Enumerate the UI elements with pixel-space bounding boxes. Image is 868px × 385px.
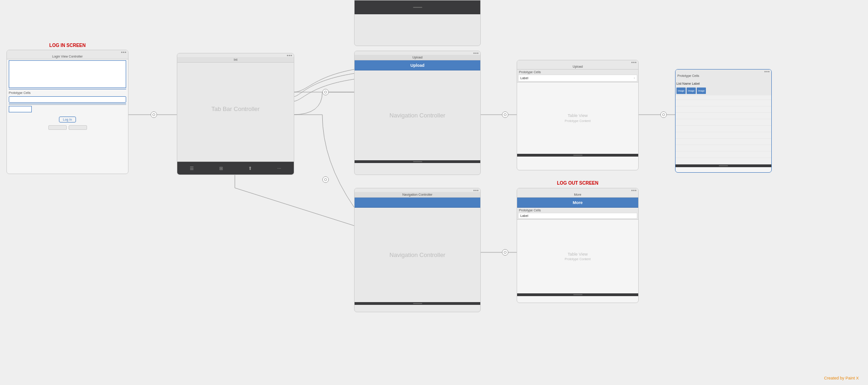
table-more-navbar: More bbox=[517, 198, 638, 208]
login-controller-label: Login View Controller bbox=[7, 54, 128, 59]
table-upload-cell-arrow: › bbox=[634, 76, 635, 80]
table-more-cell-label: Label bbox=[520, 214, 528, 217]
login-prototype-cells-label: Prototype Cells bbox=[7, 90, 128, 95]
table-more-tv-label: Table View bbox=[565, 251, 590, 257]
nav-bot-bottom-bar bbox=[355, 302, 480, 305]
tvc-image-cell-1: Image bbox=[676, 88, 686, 94]
svg-line-7 bbox=[235, 188, 354, 226]
table-upload-bottom-bar bbox=[517, 154, 638, 157]
connector-nav1-table bbox=[502, 111, 508, 118]
table-more-cell-row: Label bbox=[518, 213, 637, 219]
nav-top-controller-label: Navigation Controller bbox=[390, 112, 445, 119]
nav-controller-top-screen: Upload Upload Navigation Controller bbox=[354, 51, 481, 175]
table-more-bottom-bar bbox=[517, 293, 638, 296]
nav-bot-title-label: Navigation Controller bbox=[355, 192, 480, 198]
table-more-status-bar bbox=[517, 188, 638, 192]
nav-top-home-indicator bbox=[413, 161, 422, 162]
connector-tabbar-nav1 bbox=[322, 89, 329, 95]
login-button-container: Log In bbox=[7, 114, 128, 122]
table-upload-screen: Upload Prototype Cells Label › Table Vie… bbox=[517, 60, 639, 170]
login-small-rect bbox=[9, 106, 32, 112]
table-more-home-indicator bbox=[573, 294, 583, 295]
nav-controller-bottom-screen: Navigation Controller Navigation Control… bbox=[354, 188, 481, 312]
tvc-image-cell-3: Image bbox=[697, 88, 706, 94]
nav-bot-home-indicator bbox=[413, 303, 422, 304]
tvc-image-cells: Image Image Image bbox=[676, 87, 771, 94]
login-divider1 bbox=[9, 104, 126, 104]
nav-bot-status-bar bbox=[355, 188, 480, 192]
nav-top-bottom-bar bbox=[355, 160, 480, 163]
partial-home-indicator bbox=[413, 7, 422, 8]
credit-label: Created by Paint X bbox=[824, 376, 859, 380]
canvas: LOG IN SCREEN Login View Controller Prot… bbox=[0, 0, 868, 385]
login-small-btn-1[interactable] bbox=[48, 125, 67, 130]
tvc-image-cell-2: Image bbox=[687, 88, 696, 94]
tvc-prototype-section: Prototype Cells List Name Label Image Im… bbox=[676, 73, 771, 95]
table-upload-title-label: Upload bbox=[517, 64, 638, 70]
table-upload-status-bar bbox=[517, 60, 638, 64]
tab-bar-controller-screen: Int Tab Bar Controller ☰ ⊞ ⬆ ··· bbox=[177, 53, 294, 175]
table-upload-proto-label: Prototype Content bbox=[565, 119, 590, 123]
table-more-body: Table View Prototype Content bbox=[517, 220, 638, 293]
tvc-list-name-label: List Name Label bbox=[676, 82, 700, 85]
login-screen: Login View Controller Prototype Cells Lo… bbox=[6, 50, 128, 174]
tab-bar-title-label: Int bbox=[177, 57, 294, 63]
login-button[interactable]: Log In bbox=[59, 117, 76, 122]
tab-bar-content-area: Tab Bar Controller bbox=[177, 63, 294, 155]
nav-top-title-label: Upload bbox=[355, 55, 480, 60]
table-more-proto-label: Prototype Content bbox=[565, 257, 590, 262]
connector-tabbar-nav2 bbox=[322, 176, 329, 183]
tvc-list-name-row: List Name Label bbox=[676, 78, 771, 87]
table-more-navbar-title: More bbox=[573, 200, 583, 205]
nav-top-status-bar bbox=[355, 51, 480, 55]
tab-bar-bottom: ☰ ⊞ ⬆ ··· bbox=[177, 162, 294, 175]
nav-bot-content-area: Navigation Controller bbox=[355, 208, 480, 302]
login-status-bar bbox=[7, 50, 128, 54]
table-more-title-label: More bbox=[517, 192, 638, 198]
tab-icon-upload[interactable]: ⬆ bbox=[247, 165, 253, 172]
table-upload-cell-row: Label › bbox=[518, 75, 637, 82]
table-upload-prototype-section: Prototype Cells Label › bbox=[517, 70, 638, 82]
tab-icon-grid[interactable]: ⊞ bbox=[218, 165, 224, 172]
nav-top-content-area: Navigation Controller bbox=[355, 70, 480, 160]
connector-login-tabbar bbox=[151, 111, 157, 118]
table-upload-home-indicator bbox=[573, 155, 583, 156]
tab-bar-status-bar bbox=[177, 53, 294, 57]
table-more-screen: More More Prototype Cells Label Table Vi… bbox=[517, 188, 639, 303]
table-upload-tv-label: Table View bbox=[565, 113, 590, 119]
login-image-placeholder bbox=[9, 60, 126, 88]
tvc-status-bar bbox=[676, 70, 771, 73]
tvc-bottom-bar bbox=[676, 164, 771, 167]
table-view-content-screen: Prototype Cells List Name Label Image Im… bbox=[675, 69, 772, 173]
table-more-placeholder: Table View Prototype Content bbox=[565, 251, 590, 262]
nav-top-navbar: Upload bbox=[355, 60, 480, 70]
table-upload-placeholder: Table View Prototype Content bbox=[565, 113, 590, 123]
table-upload-cell-label: Label bbox=[520, 76, 528, 80]
connector-table-content bbox=[660, 111, 667, 118]
table-upload-body: Table View Prototype Content bbox=[517, 82, 638, 154]
login-username-field[interactable] bbox=[9, 96, 126, 103]
connector-nav2-tablemore bbox=[502, 249, 508, 256]
tab-bar-controller-label: Tab Bar Controller bbox=[211, 105, 260, 112]
login-divider2 bbox=[9, 105, 126, 105]
table-more-prototype-label: Prototype Cells bbox=[517, 208, 638, 212]
tab-icon-list[interactable]: ☰ bbox=[189, 165, 195, 172]
partial-bottom-bar bbox=[355, 0, 480, 14]
tab-icon-more[interactable]: ··· bbox=[276, 165, 282, 172]
tvc-body bbox=[676, 95, 771, 164]
table-upload-prototype-label: Prototype Cells bbox=[517, 70, 638, 74]
tvc-prototype-label: Prototype Cells bbox=[676, 73, 771, 78]
nav-bot-navbar bbox=[355, 198, 480, 208]
partial-top-screen bbox=[354, 0, 481, 46]
login-small-btn-2[interactable] bbox=[69, 125, 87, 130]
logout-screen-label: LOG OUT SCREEN bbox=[517, 181, 639, 186]
login-screen-label: LOG IN SCREEN bbox=[6, 43, 128, 48]
tvc-home-indicator bbox=[719, 165, 728, 166]
table-more-prototype-section: Prototype Cells Label bbox=[517, 208, 638, 220]
nav-top-navbar-title: Upload bbox=[410, 63, 425, 68]
login-bottom-buttons bbox=[7, 124, 128, 131]
nav-bot-controller-label: Navigation Controller bbox=[390, 251, 445, 258]
